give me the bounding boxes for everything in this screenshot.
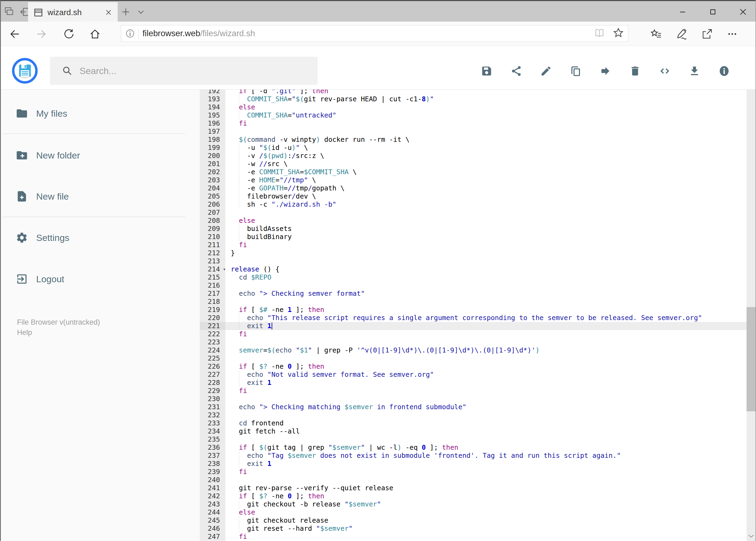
delete-button[interactable] (629, 65, 641, 77)
sidebar-item-new-folder[interactable]: New folder (0, 142, 200, 168)
line-number: 218 (200, 297, 225, 306)
sidebar-item-new-file[interactable]: New file (0, 184, 200, 209)
code-editor[interactable]: 192 if [ -d ".git" ]; then193 COMMIT_SHA… (200, 90, 747, 541)
filebrowser-logo[interactable] (12, 58, 38, 84)
info-icon (718, 65, 730, 77)
search-input[interactable]: Search... (50, 57, 318, 85)
share-button[interactable] (700, 28, 713, 41)
line-number: 207 (200, 209, 225, 217)
sidebar-item-logout[interactable]: Logout (0, 266, 200, 292)
source-code-button[interactable] (658, 65, 671, 77)
code-line: 218 (200, 297, 747, 306)
help-link[interactable]: Help (17, 328, 32, 337)
code-line: 199 -u "$(id -u)" \ (200, 144, 747, 152)
line-number: 194 (200, 103, 225, 111)
code-line: 239 fi (200, 468, 747, 476)
site-info-button[interactable] (125, 28, 135, 39)
code-line: 219 if [ $# -ne 1 ]; then (200, 306, 747, 314)
add-favorite-button[interactable] (613, 27, 624, 40)
copy-button[interactable] (570, 65, 582, 77)
scrollbar-thumb[interactable] (747, 307, 755, 411)
browser-tab[interactable]: wizard.sh (28, 2, 118, 23)
pen-icon (675, 28, 688, 40)
file-toolbar (480, 65, 730, 77)
plus-icon (121, 7, 130, 16)
line-number: 201 (200, 160, 225, 168)
tab-close-button[interactable] (104, 8, 114, 17)
new-tab-button[interactable] (120, 6, 132, 18)
code-line: 233 cd frontend (200, 419, 747, 427)
browser-nav-bar: filebrowser.web/files/wizard.sh (0, 22, 756, 46)
rename-button[interactable] (540, 65, 552, 77)
minimize-icon (679, 8, 686, 16)
url-divider (138, 28, 139, 39)
code-line: 247 fi (200, 533, 747, 541)
reading-view-button[interactable] (594, 27, 606, 40)
code-line: 210 buildBinary (200, 233, 747, 241)
line-number: 202 (200, 168, 225, 176)
home-button[interactable] (89, 28, 102, 41)
download-button[interactable] (688, 65, 701, 77)
code-line: 246 git reset --hard "$semver" (200, 525, 747, 533)
code-line: 221 exit 1 (200, 322, 747, 330)
forward-button[interactable] (35, 28, 48, 41)
line-number: 211 (200, 241, 225, 249)
url-bar[interactable]: filebrowser.web/files/wizard.sh (121, 25, 629, 42)
line-number: 231 (200, 403, 225, 411)
tab-title: wizard.sh (48, 8, 104, 17)
tab-preview-button[interactable] (3, 6, 15, 18)
move-button[interactable] (599, 65, 612, 77)
code-line: 193 COMMIT_SHA="$(git rev-parse HEAD | c… (200, 95, 747, 103)
code-line: 226 if [ $? -ne 0 ]; then (200, 362, 747, 370)
info-icon (125, 28, 135, 39)
line-number: 243 (200, 500, 225, 508)
edit-pencil-icon (540, 65, 552, 77)
code-line: 237 echo "Tag $semver does not exist in … (200, 452, 747, 460)
line-number: 240 (200, 476, 225, 484)
maximize-icon (709, 8, 717, 16)
code-line: 220 echo "This release script requires a… (200, 314, 747, 322)
back-button[interactable] (8, 28, 21, 41)
chevron-down-icon (748, 534, 754, 538)
code-line: 240 (200, 476, 747, 484)
code-line: 215 cd $REPO (200, 273, 747, 281)
more-actions-button[interactable] (726, 28, 739, 41)
line-number: 220 (200, 314, 225, 322)
code-line: 216 (200, 281, 747, 289)
code-line: 208 else (200, 217, 747, 225)
line-number: 216 (200, 281, 225, 289)
trash-icon (629, 65, 641, 77)
forward-arrow-icon (600, 65, 611, 77)
line-number: 226 (200, 362, 225, 370)
close-window-button[interactable] (735, 4, 751, 20)
hub-favorites-button[interactable] (650, 28, 662, 41)
maximize-button[interactable] (705, 4, 721, 20)
web-notes-button[interactable] (675, 28, 688, 41)
line-number: 236 (200, 443, 225, 452)
minimize-button[interactable] (674, 4, 691, 20)
code-line: 242 if [ $? -ne 0 ]; then (200, 492, 747, 500)
save-button[interactable] (480, 65, 493, 77)
sidebar-item-settings[interactable]: Settings (0, 225, 200, 251)
url-path: /files/wizard.sh (200, 29, 255, 38)
close-icon (105, 9, 112, 16)
share-button[interactable] (510, 65, 523, 77)
line-number: 223 (200, 338, 225, 346)
line-number: 213 (200, 257, 225, 265)
line-number: 225 (200, 354, 225, 362)
url-text[interactable]: filebrowser.web/files/wizard.sh (142, 29, 255, 38)
tab-list-dropdown-button[interactable] (135, 6, 147, 18)
line-number: 234 (200, 427, 225, 435)
forward-arrow-icon (36, 28, 48, 40)
code-line: 206 sh -c "./wizard.sh -b" (200, 201, 747, 209)
page-scrollbar[interactable] (747, 46, 755, 541)
scroll-down-button[interactable] (747, 531, 755, 541)
fold-marker-icon[interactable]: ▾ (223, 265, 225, 273)
code-line: 225 (200, 354, 747, 362)
line-number: 197 (200, 128, 225, 136)
line-number: 221 (200, 322, 225, 330)
search-placeholder: Search... (80, 66, 116, 76)
sidebar-item-my-files[interactable]: My files (0, 101, 200, 126)
refresh-button[interactable] (62, 28, 75, 41)
info-button[interactable] (718, 65, 730, 77)
